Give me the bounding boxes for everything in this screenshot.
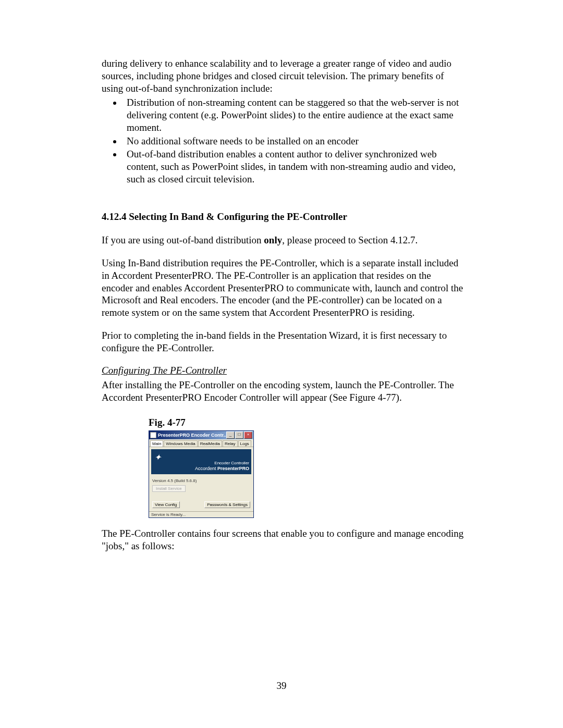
status-bar: Service is Ready...: [149, 511, 253, 517]
list-item: No additional software needs to be insta…: [123, 135, 464, 147]
banner-brand: Accordent PresenterPRO: [195, 466, 249, 471]
close-button[interactable]: ×: [244, 431, 252, 439]
maximize-button[interactable]: □: [235, 431, 243, 439]
text: PresenterPRO: [217, 466, 249, 471]
app-icon: [150, 432, 156, 438]
paragraph: The PE-Controller contains four screens …: [102, 527, 464, 552]
minimize-button[interactable]: _: [226, 431, 235, 439]
paragraph: Using In-Band distribution requires the …: [102, 257, 464, 319]
list-item: Distribution of non-streaming content ca…: [123, 96, 464, 133]
passwords-settings-button[interactable]: Passwords & Settings: [204, 501, 250, 508]
paragraph: Prior to completing the in-band fields i…: [102, 329, 464, 354]
bold-text: only: [264, 235, 282, 245]
tab-main[interactable]: Main: [150, 440, 163, 447]
install-service-button: Install Service: [152, 485, 186, 492]
text: If you are using out-of-band distributio…: [102, 235, 264, 245]
titlebar: PresenterPRO Encoder Contr... _ □ ×: [149, 431, 253, 439]
intro-paragraph: during delivery to enhance scalability a…: [102, 57, 464, 94]
text: , please proceed to Section 4.12.7.: [282, 235, 418, 245]
bullet-list: Distribution of non-streaming content ca…: [123, 96, 464, 185]
version-label: Version 4.5 (Build 5.6.8): [152, 478, 250, 483]
tab-strip: Main Windows Media RealMedia Relay Logs: [149, 439, 253, 447]
view-config-button[interactable]: View Config: [152, 501, 180, 508]
paragraph: If you are using out-of-band distributio…: [102, 234, 464, 246]
page-number: 39: [0, 680, 563, 692]
encoder-controller-dialog: PresenterPRO Encoder Contr... _ □ × Main…: [149, 430, 254, 518]
logo-icon: ✦: [154, 452, 161, 462]
tab-windows-media[interactable]: Windows Media: [164, 440, 197, 447]
tab-realmedia[interactable]: RealMedia: [198, 440, 222, 447]
banner: ✦ Encoder Controller Accordent Presenter…: [151, 449, 251, 474]
figure-label: Fig. 4-77: [149, 416, 464, 429]
window-title: PresenterPRO Encoder Contr...: [158, 433, 226, 438]
list-item: Out-of-band distribution enables a conte…: [123, 148, 464, 185]
text: Accordent: [195, 466, 216, 471]
section-heading: 4.12.4 Selecting In Band & Configuring t…: [102, 211, 464, 223]
paragraph: After installing the PE-Controller on th…: [102, 379, 464, 404]
tab-relay[interactable]: Relay: [223, 440, 237, 447]
tab-logs[interactable]: Logs: [238, 440, 251, 447]
sub-heading: Configuring The PE-Controller: [102, 364, 464, 377]
banner-subtitle: Encoder Controller: [214, 461, 249, 465]
